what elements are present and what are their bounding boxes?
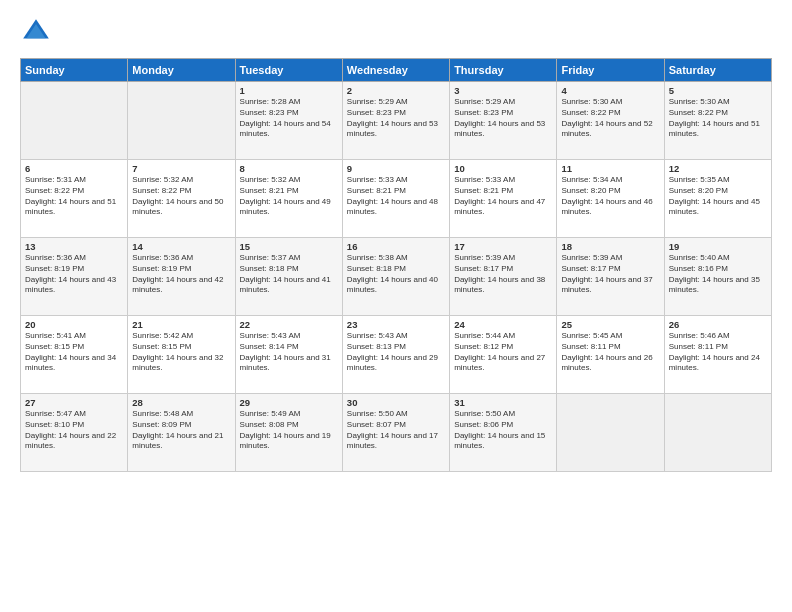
day-number: 20 [25,319,123,330]
day-info: Sunrise: 5:39 AMSunset: 8:17 PMDaylight:… [561,253,659,296]
day-info: Sunrise: 5:40 AMSunset: 8:16 PMDaylight:… [669,253,767,296]
header-cell-wednesday: Wednesday [342,59,449,82]
day-number: 9 [347,163,445,174]
day-cell: 25Sunrise: 5:45 AMSunset: 8:11 PMDayligh… [557,316,664,394]
day-cell: 20Sunrise: 5:41 AMSunset: 8:15 PMDayligh… [21,316,128,394]
logo-icon [20,16,52,48]
header-cell-tuesday: Tuesday [235,59,342,82]
header-cell-sunday: Sunday [21,59,128,82]
header [20,16,772,48]
day-cell: 8Sunrise: 5:32 AMSunset: 8:21 PMDaylight… [235,160,342,238]
day-info: Sunrise: 5:37 AMSunset: 8:18 PMDaylight:… [240,253,338,296]
day-cell: 11Sunrise: 5:34 AMSunset: 8:20 PMDayligh… [557,160,664,238]
day-info: Sunrise: 5:41 AMSunset: 8:15 PMDaylight:… [25,331,123,374]
day-number: 18 [561,241,659,252]
day-info: Sunrise: 5:47 AMSunset: 8:10 PMDaylight:… [25,409,123,452]
header-cell-saturday: Saturday [664,59,771,82]
day-info: Sunrise: 5:30 AMSunset: 8:22 PMDaylight:… [561,97,659,140]
header-row: SundayMondayTuesdayWednesdayThursdayFrid… [21,59,772,82]
day-info: Sunrise: 5:42 AMSunset: 8:15 PMDaylight:… [132,331,230,374]
day-info: Sunrise: 5:31 AMSunset: 8:22 PMDaylight:… [25,175,123,218]
day-cell: 4Sunrise: 5:30 AMSunset: 8:22 PMDaylight… [557,82,664,160]
day-info: Sunrise: 5:45 AMSunset: 8:11 PMDaylight:… [561,331,659,374]
header-cell-friday: Friday [557,59,664,82]
day-cell: 12Sunrise: 5:35 AMSunset: 8:20 PMDayligh… [664,160,771,238]
day-number: 6 [25,163,123,174]
day-info: Sunrise: 5:48 AMSunset: 8:09 PMDaylight:… [132,409,230,452]
day-info: Sunrise: 5:43 AMSunset: 8:13 PMDaylight:… [347,331,445,374]
week-row-4: 27Sunrise: 5:47 AMSunset: 8:10 PMDayligh… [21,394,772,472]
day-info: Sunrise: 5:38 AMSunset: 8:18 PMDaylight:… [347,253,445,296]
day-cell: 15Sunrise: 5:37 AMSunset: 8:18 PMDayligh… [235,238,342,316]
day-cell: 23Sunrise: 5:43 AMSunset: 8:13 PMDayligh… [342,316,449,394]
day-info: Sunrise: 5:49 AMSunset: 8:08 PMDaylight:… [240,409,338,452]
day-info: Sunrise: 5:36 AMSunset: 8:19 PMDaylight:… [132,253,230,296]
day-number: 21 [132,319,230,330]
day-info: Sunrise: 5:32 AMSunset: 8:22 PMDaylight:… [132,175,230,218]
day-cell: 26Sunrise: 5:46 AMSunset: 8:11 PMDayligh… [664,316,771,394]
day-number: 30 [347,397,445,408]
day-info: Sunrise: 5:46 AMSunset: 8:11 PMDaylight:… [669,331,767,374]
day-info: Sunrise: 5:29 AMSunset: 8:23 PMDaylight:… [454,97,552,140]
day-cell: 14Sunrise: 5:36 AMSunset: 8:19 PMDayligh… [128,238,235,316]
day-number: 4 [561,85,659,96]
day-info: Sunrise: 5:32 AMSunset: 8:21 PMDaylight:… [240,175,338,218]
day-cell: 18Sunrise: 5:39 AMSunset: 8:17 PMDayligh… [557,238,664,316]
day-cell [664,394,771,472]
day-info: Sunrise: 5:39 AMSunset: 8:17 PMDaylight:… [454,253,552,296]
day-info: Sunrise: 5:50 AMSunset: 8:07 PMDaylight:… [347,409,445,452]
day-cell: 22Sunrise: 5:43 AMSunset: 8:14 PMDayligh… [235,316,342,394]
day-number: 7 [132,163,230,174]
day-cell [21,82,128,160]
day-cell: 5Sunrise: 5:30 AMSunset: 8:22 PMDaylight… [664,82,771,160]
day-cell: 29Sunrise: 5:49 AMSunset: 8:08 PMDayligh… [235,394,342,472]
calendar-table: SundayMondayTuesdayWednesdayThursdayFrid… [20,58,772,472]
day-info: Sunrise: 5:44 AMSunset: 8:12 PMDaylight:… [454,331,552,374]
day-info: Sunrise: 5:33 AMSunset: 8:21 PMDaylight:… [454,175,552,218]
day-number: 13 [25,241,123,252]
day-cell: 28Sunrise: 5:48 AMSunset: 8:09 PMDayligh… [128,394,235,472]
day-number: 3 [454,85,552,96]
day-cell: 2Sunrise: 5:29 AMSunset: 8:23 PMDaylight… [342,82,449,160]
day-number: 24 [454,319,552,330]
day-number: 15 [240,241,338,252]
week-row-0: 1Sunrise: 5:28 AMSunset: 8:23 PMDaylight… [21,82,772,160]
day-number: 2 [347,85,445,96]
header-cell-monday: Monday [128,59,235,82]
day-number: 11 [561,163,659,174]
week-row-3: 20Sunrise: 5:41 AMSunset: 8:15 PMDayligh… [21,316,772,394]
day-cell: 9Sunrise: 5:33 AMSunset: 8:21 PMDaylight… [342,160,449,238]
day-cell: 3Sunrise: 5:29 AMSunset: 8:23 PMDaylight… [450,82,557,160]
day-number: 19 [669,241,767,252]
day-number: 16 [347,241,445,252]
day-cell: 16Sunrise: 5:38 AMSunset: 8:18 PMDayligh… [342,238,449,316]
day-number: 25 [561,319,659,330]
day-number: 23 [347,319,445,330]
day-number: 26 [669,319,767,330]
day-info: Sunrise: 5:29 AMSunset: 8:23 PMDaylight:… [347,97,445,140]
day-cell: 27Sunrise: 5:47 AMSunset: 8:10 PMDayligh… [21,394,128,472]
day-info: Sunrise: 5:34 AMSunset: 8:20 PMDaylight:… [561,175,659,218]
day-number: 1 [240,85,338,96]
day-info: Sunrise: 5:30 AMSunset: 8:22 PMDaylight:… [669,97,767,140]
header-cell-thursday: Thursday [450,59,557,82]
day-number: 22 [240,319,338,330]
day-info: Sunrise: 5:33 AMSunset: 8:21 PMDaylight:… [347,175,445,218]
day-cell: 10Sunrise: 5:33 AMSunset: 8:21 PMDayligh… [450,160,557,238]
day-number: 10 [454,163,552,174]
day-info: Sunrise: 5:50 AMSunset: 8:06 PMDaylight:… [454,409,552,452]
day-cell: 7Sunrise: 5:32 AMSunset: 8:22 PMDaylight… [128,160,235,238]
day-cell: 31Sunrise: 5:50 AMSunset: 8:06 PMDayligh… [450,394,557,472]
day-cell [128,82,235,160]
day-cell: 1Sunrise: 5:28 AMSunset: 8:23 PMDaylight… [235,82,342,160]
day-cell: 21Sunrise: 5:42 AMSunset: 8:15 PMDayligh… [128,316,235,394]
day-number: 5 [669,85,767,96]
day-cell [557,394,664,472]
day-number: 8 [240,163,338,174]
day-info: Sunrise: 5:43 AMSunset: 8:14 PMDaylight:… [240,331,338,374]
day-cell: 19Sunrise: 5:40 AMSunset: 8:16 PMDayligh… [664,238,771,316]
day-number: 27 [25,397,123,408]
day-cell: 6Sunrise: 5:31 AMSunset: 8:22 PMDaylight… [21,160,128,238]
day-number: 17 [454,241,552,252]
day-number: 31 [454,397,552,408]
